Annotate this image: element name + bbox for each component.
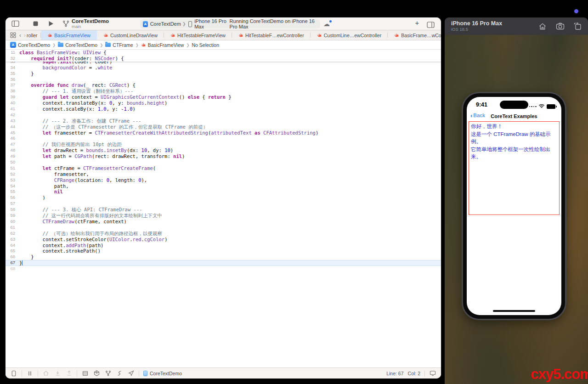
code-line-55[interactable]: 55 nil <box>6 189 441 195</box>
scheme-device-bar[interactable]: A CoreTextDem ❯ iPhone 16 Pro Max Runnin… <box>140 19 320 28</box>
line-number[interactable]: 66 <box>6 254 19 260</box>
line-number[interactable]: 36 <box>6 77 19 83</box>
line-number[interactable]: 44 <box>6 124 19 130</box>
line-number[interactable]: 47 <box>6 141 19 147</box>
editor-tab-basicframeview[interactable]: BasicFrameView <box>41 30 97 40</box>
line-number[interactable]: 38 <box>6 88 19 94</box>
line-number[interactable]: 56 <box>6 195 19 201</box>
code-line-47[interactable]: 47 // 我们在视图内留出 10pt 的边距 <box>6 141 441 147</box>
code-line-57[interactable]: 57 <box>6 201 441 207</box>
editor-tab-hittestableframeview[interactable]: HitTestableFrameView <box>164 30 232 40</box>
navigator-toggle-icon[interactable] <box>10 19 20 29</box>
line-number[interactable]: 51 <box>6 165 19 171</box>
line-number[interactable]: 64 <box>6 243 19 248</box>
code-line-43[interactable]: 43 // --- 2. 准备工作: 创建 CTFrame --- <box>6 118 441 124</box>
line-number[interactable]: 37 <box>6 82 19 88</box>
process-fork-icon[interactable] <box>104 370 112 377</box>
line-number[interactable]: 45 <box>6 130 19 136</box>
device-bezel-icon[interactable] <box>10 370 17 377</box>
code-line-65[interactable]: 65 context.strokePath() <box>6 248 441 254</box>
code-line-49[interactable]: 49 let path = CGPath(rect: drawRect, tra… <box>6 153 441 159</box>
code-line-36[interactable]: 36 <box>6 77 441 83</box>
line-number[interactable]: 32 <box>6 56 19 62</box>
tab-overview-icon[interactable] <box>9 30 17 40</box>
project-title-block[interactable]: CoreTextDemo main <box>72 18 109 28</box>
breadcrumb-item-noselection[interactable]: No Selection <box>192 42 220 48</box>
code-line-40[interactable]: 40 context.translateBy(x: 0, y: bounds.h… <box>6 100 441 106</box>
scheme-name[interactable]: CoreTextDem <box>150 21 181 27</box>
breadcrumb-item-basicframeview[interactable]: BasicFrameView <box>141 42 184 48</box>
line-number[interactable]: 57 <box>6 201 19 207</box>
simulate-location-icon[interactable] <box>127 370 135 377</box>
line-number[interactable]: 65 <box>6 248 19 254</box>
line-number[interactable]: 46 <box>6 136 19 141</box>
line-number[interactable]: 48 <box>6 147 19 153</box>
code-line-62[interactable]: 62 // （可选）绘制出我们用于布局的路径边框，以便观察 <box>6 231 441 237</box>
memory-graph-icon[interactable] <box>93 370 100 377</box>
code-line-50[interactable]: 50 <box>6 159 441 165</box>
code-line-35[interactable]: 35 } <box>6 71 441 77</box>
line-number[interactable]: 35 <box>6 71 19 77</box>
editor-tab-basicframewcontroller[interactable]: BasicFrame…wController <box>388 30 441 40</box>
screenshot-camera-icon[interactable] <box>556 23 565 30</box>
editor-tab-customlineewcontroller[interactable]: CustomLine…ewController <box>311 30 388 40</box>
line-number[interactable]: 68 <box>6 266 19 272</box>
editor-layout-icon[interactable] <box>425 20 435 30</box>
code-line-59[interactable]: 59 // 这一行代码就会将所有排版好的文本绘制到上下文中 <box>6 213 441 219</box>
line-number[interactable]: 63 <box>6 237 19 243</box>
breadcrumb-item-coretextdemo[interactable]: CoreTextDemo <box>58 42 97 48</box>
code-line-68[interactable]: 68 <box>6 266 441 272</box>
code-line-67[interactable]: 67} <box>6 260 441 266</box>
line-number[interactable]: 41 <box>6 106 19 112</box>
code-line-54[interactable]: 54 path, <box>6 183 441 189</box>
code-line-39[interactable]: 39 guard let context = UIGraphicsGetCurr… <box>6 94 441 100</box>
simulator-titlebar[interactable]: iPhone 16 Pro Max iOS 18.5 <box>445 17 588 35</box>
code-line-60[interactable]: 60 CTFrameDraw(ctFrame, context) <box>6 219 441 225</box>
code-line-53[interactable]: 53 CFRange(location: 0, length: 0), <box>6 177 441 183</box>
new-tab-button[interactable]: + <box>413 19 422 27</box>
step-into-icon[interactable] <box>54 370 61 377</box>
code-line-56[interactable]: 56 ) <box>6 195 441 201</box>
code-line-44[interactable]: 44 // （这一步是 CTFramesetter 的工作，但它是获取 CTFr… <box>6 124 441 130</box>
line-number[interactable]: 60 <box>6 219 19 225</box>
code-line-63[interactable]: 63 context.setStrokeColor(UIColor.red.cg… <box>6 237 441 243</box>
run-destination[interactable]: iPhone 16 Pro Max <box>194 18 229 29</box>
code-line-51[interactable]: 51 let ctFrame = CTFramesetterCreateFram… <box>6 165 441 171</box>
line-number[interactable]: 11 <box>6 50 19 56</box>
code-line-34[interactable]: 34 backgroundColor = .white <box>6 65 441 71</box>
line-number[interactable]: 50 <box>6 159 19 165</box>
step-out-icon[interactable] <box>65 370 73 377</box>
code-line-32[interactable]: 32 required init?(coder: NSCoder) { <box>6 56 441 62</box>
code-line-38[interactable]: 38 // --- 1. 通用设置（翻转坐标系）--- <box>6 88 441 94</box>
editor-tab-roller[interactable]: roller <box>26 30 41 40</box>
code-line-45[interactable]: 45 let framesetter = CTFramesetterCreate… <box>6 130 441 136</box>
line-number[interactable]: 39 <box>6 94 19 100</box>
code-line-58[interactable]: 58 // --- 3. 核心 API: CTFrameDraw --- <box>6 207 441 213</box>
line-number[interactable]: 54 <box>6 183 19 189</box>
line-number[interactable]: 67 <box>6 260 19 266</box>
editor-tab-customlinedrawview[interactable]: CustomLineDrawView <box>97 30 164 40</box>
line-number[interactable]: 49 <box>6 153 19 159</box>
network-condition-icon[interactable] <box>116 370 123 377</box>
line-number[interactable]: 43 <box>6 118 19 124</box>
line-number[interactable]: 33 <box>6 62 19 65</box>
code-line-37[interactable]: 37 override func draw(_ rect: CGRect) { <box>6 82 441 88</box>
code-line-33[interactable]: 33 super.init(coder: coder) <box>6 62 441 65</box>
code-line-42[interactable]: 42 <box>6 112 441 118</box>
line-number[interactable]: 59 <box>6 213 19 219</box>
line-number[interactable]: 61 <box>6 225 19 231</box>
run-button[interactable] <box>46 19 56 29</box>
code-line-52[interactable]: 52 framesetter, <box>6 171 441 177</box>
line-number[interactable]: 58 <box>6 207 19 213</box>
editor-tab-hittestablefewcontroller[interactable]: HitTestableF…ewController <box>232 30 311 40</box>
code-line-64[interactable]: 64 context.addPath(path) <box>6 243 441 248</box>
view-hierarchy-icon[interactable] <box>81 370 89 377</box>
source-editor[interactable]: 11class BasicFrameView: UIView {32 requi… <box>6 50 441 367</box>
code-line-66[interactable]: 66 } <box>6 254 441 260</box>
back-history-icon[interactable]: ‹ <box>19 32 21 39</box>
restore-home-icon[interactable] <box>42 370 50 377</box>
line-number[interactable]: 53 <box>6 177 19 183</box>
line-number[interactable]: 40 <box>6 100 19 106</box>
stop-button[interactable] <box>30 19 40 29</box>
iphone-screen[interactable]: 9:41 ‹ Back CoreText Exam <box>467 97 561 315</box>
